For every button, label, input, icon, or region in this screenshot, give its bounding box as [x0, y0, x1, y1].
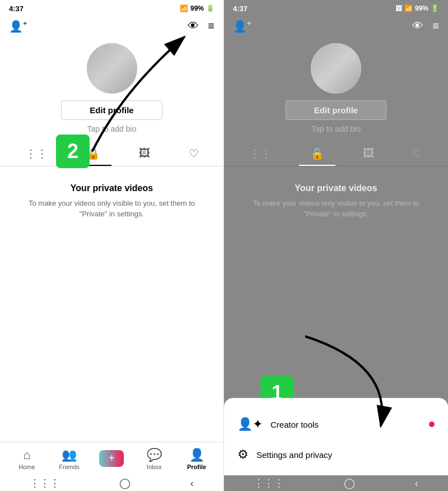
right-photo-icon: 🖼	[395, 4, 402, 12]
left-sys-home[interactable]: ◯	[119, 477, 130, 489]
right-sys-home[interactable]: ◯	[344, 477, 355, 489]
left-bottom-nav: ⌂ Home 👥 Friends + 💬 Inbox 👤 Profile	[0, 442, 223, 475]
right-avatar	[311, 43, 361, 94]
right-tab-tagged[interactable]: 🖼	[352, 142, 385, 166]
right-edit-profile-button[interactable]: Edit profile	[286, 100, 386, 120]
right-profile-tabs: ⋮⋮ 🔒 🖼 ♡	[224, 142, 448, 166]
right-tab-liked[interactable]: ♡	[402, 142, 434, 166]
home-icon: ⌂	[23, 448, 30, 462]
right-sys-menu: ⋮⋮⋮	[254, 477, 284, 489]
right-status-bar: 4:37 🖼 📶 99% 🔋	[224, 0, 448, 17]
inbox-label: Inbox	[147, 464, 162, 470]
menu-icon[interactable]: ≡	[208, 20, 214, 33]
right-bio-text: Tap to add bio	[311, 124, 361, 133]
settings-icon: ⚙	[237, 447, 249, 462]
right-tab-private[interactable]: 🔒	[299, 142, 335, 166]
left-bio-text: Tap to add bio	[87, 124, 137, 133]
right-battery-text: 99%	[415, 4, 428, 12]
right-eye-icon[interactable]: 👁	[412, 20, 423, 33]
right-wifi-icon: 📶	[404, 4, 413, 12]
battery-icon: 🔋	[206, 4, 214, 12]
right-battery-icon: 🔋	[431, 4, 439, 12]
left-tab-grid[interactable]: ⋮⋮	[14, 142, 59, 166]
left-private-title: Your private videos	[17, 183, 207, 193]
inbox-icon: 💬	[147, 448, 162, 462]
left-top-nav: 👤+ 👁 ≡	[0, 17, 223, 38]
creator-tools-icon: 👤✦	[237, 417, 263, 432]
right-time: 4:37	[233, 4, 248, 13]
left-status-right: 📶 99% 🔋	[180, 4, 214, 12]
home-label: Home	[18, 464, 35, 470]
left-tab-tagged[interactable]: 🖼	[128, 142, 161, 166]
nav-inbox[interactable]: 💬 Inbox	[133, 448, 175, 470]
left-panel: 4:37 📶 99% 🔋 👤+ 👁 ≡ Edit profile Tap to …	[0, 0, 224, 491]
right-private-videos: Your private videos To make your videos …	[224, 178, 448, 225]
nav-add[interactable]: +	[91, 450, 133, 468]
friends-label: Friends	[59, 464, 80, 470]
nav-home[interactable]: ⌂ Home	[6, 448, 48, 470]
left-sys-bar: ⋮⋮⋮ ◯ ‹	[0, 475, 223, 491]
profile-icon: 👤	[189, 448, 204, 462]
profile-label: Profile	[187, 464, 206, 470]
right-menu-icon[interactable]: ≡	[432, 20, 439, 33]
right-panel: 4:37 🖼 📶 99% 🔋 👤+ 👁 ≡ Edit profile Tap t…	[224, 0, 448, 491]
bottom-sheet: 👤✦ Creator tools ⚙ Settings and privacy	[224, 398, 448, 475]
left-tab-liked[interactable]: ♡	[178, 142, 210, 166]
right-status-right: 🖼 📶 99% 🔋	[395, 4, 439, 12]
settings-label: Settings and privacy	[256, 450, 332, 460]
left-edit-profile-button[interactable]: Edit profile	[61, 100, 162, 120]
left-status-bar: 4:37 📶 99% 🔋	[0, 0, 223, 17]
eye-icon[interactable]: 👁	[188, 20, 199, 33]
left-private-desc: To make your videos only visible to you,…	[17, 198, 207, 220]
add-button[interactable]: +	[99, 450, 124, 467]
settings-privacy-item[interactable]: ⚙ Settings and privacy	[224, 439, 448, 470]
step-badge-2: 2	[56, 135, 90, 168]
right-private-desc: To make your videos only visible to you,…	[241, 198, 431, 220]
left-profile-tabs: ⋮⋮ 🔒 🖼 ♡	[0, 142, 223, 166]
creator-tools-item[interactable]: 👤✦ Creator tools	[224, 409, 448, 439]
friends-icon: 👥	[62, 448, 77, 462]
creator-tools-dot	[429, 421, 435, 427]
left-avatar	[87, 43, 137, 94]
left-sys-back[interactable]: ‹	[190, 478, 194, 489]
right-sys-bar: ⋮⋮⋮ ◯ ‹	[224, 475, 448, 491]
nav-profile[interactable]: 👤 Profile	[175, 448, 218, 470]
left-profile-content: Edit profile Tap to add bio ⋮⋮ 🔒 🖼 ♡ You…	[0, 38, 223, 442]
left-time: 4:37	[9, 4, 24, 13]
right-private-title: Your private videos	[241, 183, 431, 193]
add-friend-icon[interactable]: 👤+	[9, 19, 27, 33]
right-sys-back[interactable]: ‹	[415, 478, 418, 489]
left-sys-menu: ⋮⋮⋮	[30, 477, 60, 489]
left-private-videos: Your private videos To make your videos …	[0, 178, 223, 225]
wifi-icon: 📶	[180, 4, 188, 12]
right-add-friend-icon[interactable]: 👤+	[233, 19, 251, 33]
right-tab-grid[interactable]: ⋮⋮	[238, 142, 283, 166]
nav-friends[interactable]: 👥 Friends	[48, 448, 91, 470]
battery-text: 99%	[190, 4, 204, 12]
right-top-nav: 👤+ 👁 ≡	[224, 17, 448, 38]
creator-tools-label: Creator tools	[270, 420, 319, 429]
